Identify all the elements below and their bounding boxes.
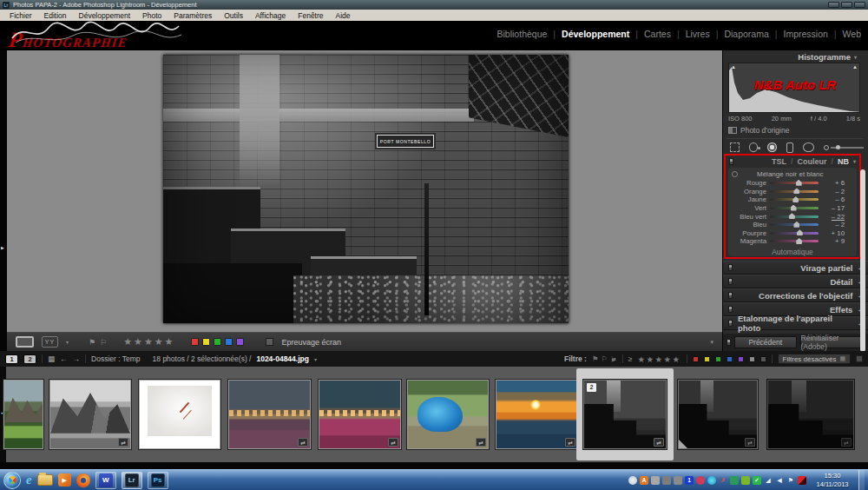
minimize-button[interactable]	[828, 2, 839, 8]
tray-globe-icon[interactable]	[628, 476, 637, 485]
thumbnail-sunset-sea[interactable]	[496, 380, 578, 449]
second-window-button[interactable]: 2	[23, 354, 36, 364]
panel-detail[interactable]: Détail	[723, 275, 868, 288]
thumbnail-night-square-2[interactable]	[319, 380, 401, 449]
toolbar-options-icon[interactable]	[710, 339, 713, 346]
red-label-swatch[interactable]	[191, 338, 199, 346]
current-filename[interactable]: 1024-04844.jpg	[256, 354, 308, 363]
pick-flag-icon[interactable]	[89, 338, 95, 347]
tray-volume-icon[interactable]: ◀	[775, 476, 784, 485]
tray-messenger-icon[interactable]	[707, 476, 716, 485]
graduated-filter-tool-icon[interactable]	[786, 142, 794, 153]
thumbnail-blue-car[interactable]	[407, 380, 489, 449]
shadow-clipping-icon[interactable]	[731, 64, 736, 70]
right-panel-scrollbar[interactable]	[860, 169, 865, 352]
panel-etalonnage[interactable]: Etalonnage de l'appareil photo	[723, 316, 868, 330]
panel-corrections-objectif[interactable]: Corrections de l'objectif	[723, 288, 868, 302]
histogram-panel-header[interactable]: Histogramme	[723, 50, 868, 63]
radial-filter-tool-icon[interactable]	[803, 142, 814, 152]
tray-error-icon[interactable]: ✗	[719, 476, 727, 485]
slider-thumb[interactable]	[796, 238, 802, 244]
filter-blue-swatch[interactable]	[727, 356, 733, 362]
grid-view-icon[interactable]	[48, 354, 55, 363]
thumbnail-brick-steps-dark[interactable]	[678, 380, 758, 449]
menu-developpement[interactable]: Développement	[73, 11, 137, 20]
filter-purple-swatch[interactable]	[738, 356, 744, 362]
panel-virage-partiel[interactable]: Virage partiel	[723, 261, 868, 275]
taskbar-clock[interactable]: 15:30 14/11/2013	[812, 472, 853, 488]
rating-gte[interactable]: ≥	[628, 354, 633, 363]
menu-parametres[interactable]: Paramètres	[168, 11, 218, 20]
slider-thumb[interactable]	[791, 205, 797, 211]
file-explorer-icon[interactable]	[37, 474, 53, 486]
main-photo[interactable]: PORT MONTEBELLO	[163, 55, 569, 323]
thumbnail-white-twig[interactable]	[139, 380, 220, 449]
blue-label-swatch[interactable]	[225, 338, 233, 346]
firefox-icon[interactable]	[76, 473, 90, 487]
chevron-down-icon[interactable]	[314, 356, 317, 362]
slider-value[interactable]: + 9	[822, 237, 845, 245]
reset-button[interactable]: Réinitialiser (Adobe)	[800, 336, 865, 348]
tab-tsl[interactable]: TSL	[772, 157, 786, 166]
filter-star-rating[interactable]: ★★★★★	[637, 354, 681, 364]
thumbnail-night-square-1[interactable]	[228, 380, 311, 449]
yellow-label-swatch[interactable]	[202, 338, 210, 346]
filter-none-swatch[interactable]	[749, 356, 755, 362]
bw-mix-panel-header[interactable]: TSL / Couleur / NB	[726, 156, 859, 167]
close-button[interactable]	[854, 2, 865, 8]
forward-arrow-icon[interactable]	[73, 354, 81, 363]
chevron-down-icon[interactable]	[853, 158, 856, 164]
main-window-button[interactable]: 1	[5, 354, 18, 364]
tray-red-app-icon[interactable]	[696, 476, 705, 485]
adjustment-brush-tool-icon[interactable]	[824, 145, 864, 150]
slider-thumb[interactable]	[796, 180, 802, 186]
slider-thumb[interactable]	[793, 188, 799, 194]
module-diaporama[interactable]: Diaporama	[724, 29, 768, 39]
panel-toggle-icon[interactable]	[728, 278, 733, 285]
slider-track-rouge[interactable]	[770, 182, 819, 184]
filter-reject-flag-icon[interactable]	[610, 354, 617, 363]
maximize-button[interactable]	[841, 2, 852, 8]
module-livres[interactable]: Livres	[686, 29, 710, 39]
red-eye-tool-icon[interactable]	[767, 142, 777, 152]
thumbnail-bw-mountains[interactable]	[49, 380, 131, 449]
panel-toggle-icon[interactable]	[728, 264, 733, 271]
slider-track-bleu[interactable]	[770, 223, 819, 226]
module-developpement[interactable]: Développement	[562, 29, 629, 39]
tray-onenote-icon[interactable]: 1	[685, 476, 694, 485]
slider-thumb[interactable]	[793, 222, 799, 228]
slider-track-bleu-vert[interactable]	[770, 215, 819, 218]
tray-camera-icon[interactable]	[651, 476, 660, 485]
slider-value[interactable]: + 10	[822, 229, 845, 237]
slider-track-pourpre[interactable]	[770, 232, 819, 235]
menu-fichier[interactable]: Fichier	[3, 11, 38, 20]
slider-value[interactable]: – 6	[822, 195, 845, 203]
filter-pick-flag-icon[interactable]	[592, 354, 599, 363]
tab-nb[interactable]: NB	[838, 157, 849, 166]
slider-track-magenta[interactable]	[770, 240, 819, 242]
menu-photo[interactable]: Photo	[136, 11, 168, 20]
selected-thumbnail-cell[interactable]: 2	[576, 368, 674, 460]
tray-update-ok-icon[interactable]	[753, 476, 761, 485]
star-rating[interactable]: ★★★★★	[123, 336, 174, 348]
lightroom-taskbar-button[interactable]: Lr	[122, 472, 142, 489]
tray-download-icon[interactable]	[674, 476, 682, 485]
tray-network-icon[interactable]: ◢	[764, 476, 773, 485]
slider-value[interactable]: – 2	[822, 221, 845, 228]
highlight-clipping-icon[interactable]	[852, 64, 858, 70]
filter-unflagged-icon[interactable]	[602, 354, 608, 363]
green-label-swatch[interactable]	[214, 338, 221, 346]
reject-flag-icon[interactable]	[100, 338, 107, 347]
menu-affichage[interactable]: Affichage	[249, 11, 292, 20]
histogram[interactable]: N&B Auto LR	[728, 63, 860, 113]
filter-red-swatch[interactable]	[693, 356, 699, 362]
photoshop-taskbar-button[interactable]: Ps	[148, 472, 168, 489]
slider-track-vert[interactable]	[770, 207, 819, 209]
slider-value[interactable]: – 22	[822, 213, 845, 221]
panel-toggle-icon[interactable]	[728, 292, 733, 299]
title-bar[interactable]: Lr Photos PAPA-2 - Adobe Photoshop Light…	[0, 0, 868, 10]
previous-button[interactable]: Précédent	[734, 336, 797, 348]
original-photo-toggle[interactable]: Photo d'origine	[728, 126, 789, 135]
thumbnail-alpine-landscape[interactable]	[3, 380, 43, 449]
tray-nvidia-icon[interactable]	[741, 476, 750, 485]
